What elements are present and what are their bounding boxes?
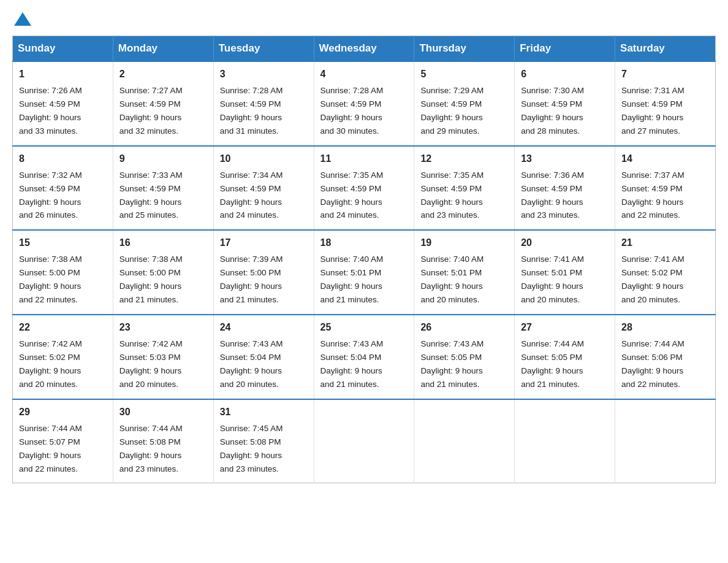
day-info: Sunrise: 7:42 AMSunset: 5:03 PMDaylight:… (119, 339, 183, 389)
day-info: Sunrise: 7:41 AMSunset: 5:02 PMDaylight:… (621, 255, 684, 304)
day-info: Sunrise: 7:45 AMSunset: 5:08 PMDaylight:… (220, 424, 283, 473)
page-header (12, 12, 716, 25)
calendar-day-cell: 5Sunrise: 7:29 AMSunset: 4:59 PMDaylight… (414, 61, 515, 146)
day-info: Sunrise: 7:43 AMSunset: 5:04 PMDaylight:… (320, 339, 384, 389)
day-number: 14 (621, 151, 709, 166)
calendar-day-cell: 26Sunrise: 7:43 AMSunset: 5:05 PMDayligh… (414, 315, 515, 399)
calendar-day-cell: 25Sunrise: 7:43 AMSunset: 5:04 PMDayligh… (314, 315, 414, 399)
day-info: Sunrise: 7:36 AMSunset: 4:59 PMDaylight:… (521, 170, 584, 220)
logo-triangle-icon (14, 12, 31, 26)
day-number: 17 (220, 236, 308, 250)
header-wednesday: Wednesday (314, 36, 414, 62)
calendar-week-row: 1Sunrise: 7:26 AMSunset: 4:59 PMDaylight… (13, 61, 716, 146)
day-info: Sunrise: 7:29 AMSunset: 4:59 PMDaylight:… (420, 86, 483, 136)
day-info: Sunrise: 7:38 AMSunset: 5:00 PMDaylight:… (119, 255, 183, 304)
day-info: Sunrise: 7:44 AMSunset: 5:08 PMDaylight:… (119, 424, 183, 473)
header-saturday: Saturday (615, 36, 716, 62)
calendar-day-cell: 29Sunrise: 7:44 AMSunset: 5:07 PMDayligh… (13, 399, 113, 483)
calendar-day-cell: 8Sunrise: 7:32 AMSunset: 4:59 PMDaylight… (13, 146, 113, 231)
day-info: Sunrise: 7:35 AMSunset: 4:59 PMDaylight:… (320, 170, 384, 220)
calendar-day-cell: 7Sunrise: 7:31 AMSunset: 4:59 PMDaylight… (615, 61, 716, 146)
day-info: Sunrise: 7:39 AMSunset: 5:00 PMDaylight:… (220, 255, 283, 304)
day-number: 18 (320, 236, 408, 250)
day-number: 12 (420, 151, 508, 166)
day-number: 19 (420, 236, 508, 250)
calendar-day-cell: 16Sunrise: 7:38 AMSunset: 5:00 PMDayligh… (113, 230, 213, 315)
day-info: Sunrise: 7:35 AMSunset: 4:59 PMDaylight:… (420, 170, 483, 220)
header-thursday: Thursday (414, 36, 515, 62)
day-info: Sunrise: 7:42 AMSunset: 5:02 PMDaylight:… (19, 339, 82, 389)
day-number: 7 (621, 67, 709, 82)
calendar-day-cell: 6Sunrise: 7:30 AMSunset: 4:59 PMDaylight… (515, 61, 615, 146)
calendar-week-row: 29Sunrise: 7:44 AMSunset: 5:07 PMDayligh… (13, 399, 716, 483)
calendar-day-cell: 24Sunrise: 7:43 AMSunset: 5:04 PMDayligh… (213, 315, 314, 399)
calendar-day-cell: 31Sunrise: 7:45 AMSunset: 5:08 PMDayligh… (213, 399, 314, 483)
day-number: 1 (19, 67, 107, 82)
day-number: 11 (320, 151, 408, 166)
day-info: Sunrise: 7:30 AMSunset: 4:59 PMDaylight:… (521, 86, 584, 136)
calendar-day-cell: 19Sunrise: 7:40 AMSunset: 5:01 PMDayligh… (414, 230, 515, 315)
calendar-day-cell: 12Sunrise: 7:35 AMSunset: 4:59 PMDayligh… (414, 146, 515, 231)
calendar-day-cell: 27Sunrise: 7:44 AMSunset: 5:05 PMDayligh… (515, 315, 615, 399)
calendar-day-cell: 23Sunrise: 7:42 AMSunset: 5:03 PMDayligh… (113, 315, 213, 399)
day-info: Sunrise: 7:43 AMSunset: 5:04 PMDaylight:… (220, 339, 283, 389)
calendar-day-cell: 9Sunrise: 7:33 AMSunset: 4:59 PMDaylight… (113, 146, 213, 231)
day-number: 28 (621, 320, 709, 335)
day-info: Sunrise: 7:34 AMSunset: 4:59 PMDaylight:… (220, 170, 283, 220)
calendar-empty-cell (515, 399, 615, 483)
calendar-table: SundayMondayTuesdayWednesdayThursdayFrid… (12, 36, 716, 483)
day-number: 13 (521, 151, 609, 166)
day-number: 15 (19, 236, 107, 250)
calendar-empty-cell (314, 399, 414, 483)
day-number: 10 (220, 151, 308, 166)
day-info: Sunrise: 7:26 AMSunset: 4:59 PMDaylight:… (19, 86, 82, 136)
day-number: 30 (119, 405, 207, 419)
logo (12, 12, 31, 25)
day-info: Sunrise: 7:43 AMSunset: 5:05 PMDaylight:… (420, 339, 483, 389)
day-info: Sunrise: 7:44 AMSunset: 5:07 PMDaylight:… (19, 424, 82, 473)
day-info: Sunrise: 7:33 AMSunset: 4:59 PMDaylight:… (119, 170, 183, 220)
day-number: 27 (521, 320, 609, 335)
calendar-day-cell: 17Sunrise: 7:39 AMSunset: 5:00 PMDayligh… (213, 230, 314, 315)
calendar-day-cell: 11Sunrise: 7:35 AMSunset: 4:59 PMDayligh… (314, 146, 414, 231)
day-info: Sunrise: 7:28 AMSunset: 4:59 PMDaylight:… (320, 86, 384, 136)
day-number: 21 (621, 236, 709, 250)
header-tuesday: Tuesday (213, 36, 314, 62)
calendar-header-row: SundayMondayTuesdayWednesdayThursdayFrid… (13, 36, 716, 62)
day-info: Sunrise: 7:40 AMSunset: 5:01 PMDaylight:… (420, 255, 483, 304)
header-monday: Monday (113, 36, 213, 62)
calendar-day-cell: 28Sunrise: 7:44 AMSunset: 5:06 PMDayligh… (615, 315, 716, 399)
day-number: 24 (220, 320, 308, 335)
header-sunday: Sunday (13, 36, 113, 62)
day-number: 26 (420, 320, 508, 335)
day-info: Sunrise: 7:44 AMSunset: 5:05 PMDaylight:… (521, 339, 584, 389)
calendar-week-row: 15Sunrise: 7:38 AMSunset: 5:00 PMDayligh… (13, 230, 716, 315)
day-info: Sunrise: 7:40 AMSunset: 5:01 PMDaylight:… (320, 255, 384, 304)
day-info: Sunrise: 7:31 AMSunset: 4:59 PMDaylight:… (621, 86, 684, 136)
calendar-day-cell: 15Sunrise: 7:38 AMSunset: 5:00 PMDayligh… (13, 230, 113, 315)
calendar-day-cell: 18Sunrise: 7:40 AMSunset: 5:01 PMDayligh… (314, 230, 414, 315)
day-number: 22 (19, 320, 107, 335)
day-number: 16 (119, 236, 207, 250)
day-number: 4 (320, 67, 408, 82)
calendar-empty-cell (414, 399, 515, 483)
day-number: 8 (19, 151, 107, 166)
day-number: 5 (420, 67, 508, 82)
calendar-day-cell: 10Sunrise: 7:34 AMSunset: 4:59 PMDayligh… (213, 146, 314, 231)
day-number: 25 (320, 320, 408, 335)
calendar-day-cell: 14Sunrise: 7:37 AMSunset: 4:59 PMDayligh… (615, 146, 716, 231)
day-number: 31 (220, 405, 308, 419)
calendar-day-cell: 1Sunrise: 7:26 AMSunset: 4:59 PMDaylight… (13, 61, 113, 146)
calendar-day-cell: 3Sunrise: 7:28 AMSunset: 4:59 PMDaylight… (213, 61, 314, 146)
calendar-week-row: 8Sunrise: 7:32 AMSunset: 4:59 PMDaylight… (13, 146, 716, 231)
calendar-day-cell: 30Sunrise: 7:44 AMSunset: 5:08 PMDayligh… (113, 399, 213, 483)
day-info: Sunrise: 7:28 AMSunset: 4:59 PMDaylight:… (220, 86, 283, 136)
day-number: 2 (119, 67, 207, 82)
day-number: 23 (119, 320, 207, 335)
header-friday: Friday (515, 36, 615, 62)
day-info: Sunrise: 7:27 AMSunset: 4:59 PMDaylight:… (119, 86, 183, 136)
day-number: 9 (119, 151, 207, 166)
calendar-empty-cell (615, 399, 716, 483)
day-number: 6 (521, 67, 609, 82)
day-info: Sunrise: 7:44 AMSunset: 5:06 PMDaylight:… (621, 339, 684, 389)
